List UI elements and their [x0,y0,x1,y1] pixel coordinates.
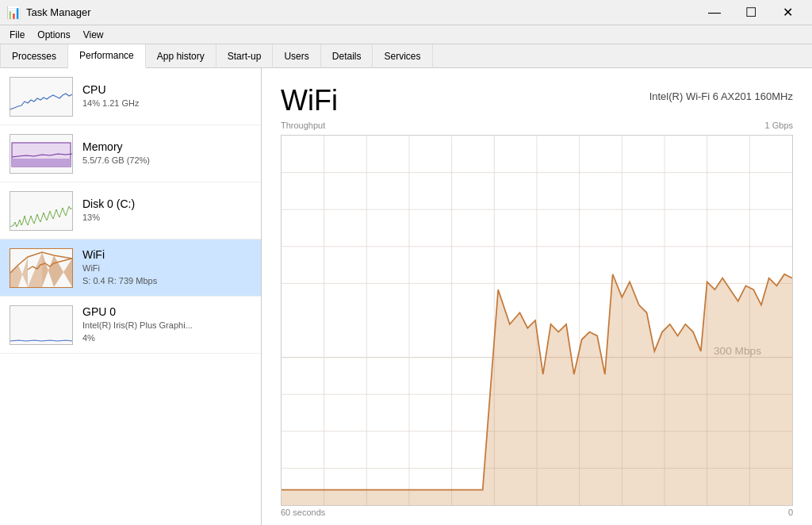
tab-performance[interactable]: Performance [68,44,146,68]
sidebar: CPU 14% 1.21 GHz Memory 5.5/7.6 GB (72%) [0,68,262,525]
close-button[interactable]: ✕ [769,0,806,25]
sidebar-item-gpu[interactable]: GPU 0 Intel(R) Iris(R) Plus Graphi... 4% [0,297,261,354]
gpu-thumbnail [10,305,73,345]
main-title: WiFi [281,84,338,117]
memory-name: Memory [82,140,251,153]
memory-detail: 5.5/7.6 GB (72%) [82,155,251,167]
app-icon: 📊 [6,6,21,20]
chart-top-labels: Throughput 1 Gbps [281,121,793,130]
tab-services[interactable]: Services [373,44,432,68]
window-title: Task Manager [26,6,91,18]
gpu-detail-line2: 4% [82,332,251,344]
time-end-label: 0 [788,508,793,517]
disk-name: Disk 0 (C:) [82,197,251,210]
wifi-detail-line1: WiFi [82,262,251,274]
tab-bar: Processes Performance App history Start-… [0,44,812,68]
menu-bar: File Options View [0,25,812,44]
sidebar-item-cpu[interactable]: CPU 14% 1.21 GHz [0,68,261,125]
cpu-detail: 14% 1.21 GHz [82,98,251,109]
title-bar: 📊 Task Manager — ☐ ✕ [0,0,812,25]
cpu-thumbnail [10,77,73,117]
tab-processes[interactable]: Processes [0,44,68,68]
cpu-name: CPU [82,83,251,96]
disk-info: Disk 0 (C:) 13% [82,197,251,224]
wifi-thumbnail [10,248,73,288]
main-content: CPU 14% 1.21 GHz Memory 5.5/7.6 GB (72%) [0,68,812,525]
tab-startup[interactable]: Start-up [216,44,274,68]
adapter-name: Intel(R) Wi-Fi 6 AX201 160MHz [649,90,793,102]
sidebar-item-memory[interactable]: Memory 5.5/7.6 GB (72%) [0,125,261,182]
title-bar-controls: — ☐ ✕ [696,0,806,25]
wifi-name: WiFi [82,248,251,261]
minimize-button[interactable]: — [696,0,733,25]
cpu-info: CPU 14% 1.21 GHz [82,83,251,109]
wifi-chart: 300 Mbps [281,135,793,506]
wifi-info: WiFi WiFi S: 0.4 R: 739 Mbps [82,248,251,287]
tab-app-history[interactable]: App history [146,44,216,68]
max-value-label: 1 Gbps [765,121,793,130]
gpu-name: GPU 0 [82,305,251,318]
menu-view[interactable]: View [77,28,110,42]
time-start-label: 60 seconds [281,508,325,517]
menu-options[interactable]: Options [31,28,76,42]
disk-thumbnail [10,191,73,231]
sidebar-item-wifi[interactable]: WiFi WiFi S: 0.4 R: 739 Mbps [0,240,261,297]
throughput-label: Throughput [281,121,325,130]
main-panel: WiFi Intel(R) Wi-Fi 6 AX201 160MHz Throu… [262,68,812,525]
tab-users[interactable]: Users [273,44,320,68]
memory-info: Memory 5.5/7.6 GB (72%) [82,140,251,167]
gpu-detail-line1: Intel(R) Iris(R) Plus Graphi... [82,320,251,331]
svg-rect-1 [12,159,71,167]
disk-detail: 13% [82,212,251,224]
sidebar-item-disk[interactable]: Disk 0 (C:) 13% [0,182,261,240]
main-header: WiFi Intel(R) Wi-Fi 6 AX201 160MHz [281,84,793,117]
maximize-button[interactable]: ☐ [733,0,769,25]
tab-details[interactable]: Details [321,44,373,68]
svg-marker-5 [42,252,54,287]
svg-marker-6 [54,255,72,287]
gpu-info: GPU 0 Intel(R) Iris(R) Plus Graphi... 4% [82,305,251,344]
menu-file[interactable]: File [3,28,31,42]
memory-thumbnail [10,134,73,174]
chart-bottom-labels: 60 seconds 0 [281,508,793,517]
svg-marker-4 [28,252,42,287]
title-bar-left: 📊 Task Manager [6,6,91,20]
wifi-detail-line2: S: 0.4 R: 739 Mbps [82,275,251,287]
